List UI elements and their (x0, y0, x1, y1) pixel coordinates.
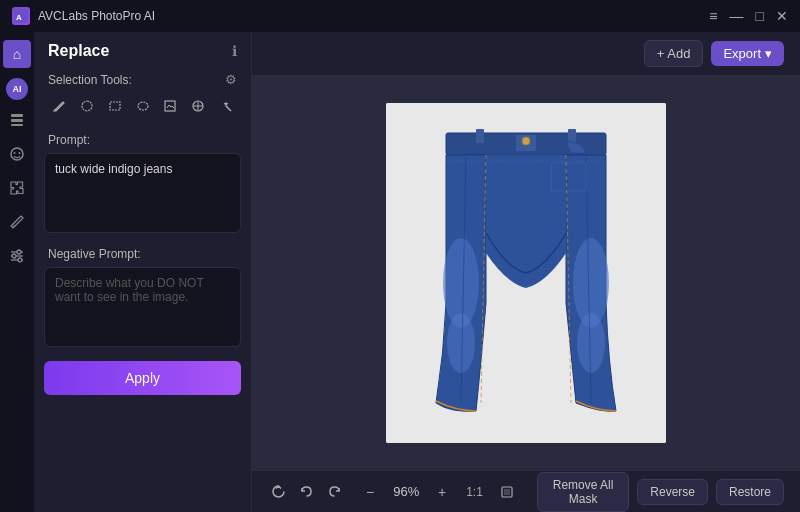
ellipse-select-button[interactable] (132, 93, 154, 119)
svg-point-14 (18, 258, 22, 262)
refresh-button[interactable] (268, 478, 288, 506)
negative-prompt-input[interactable] (44, 267, 241, 347)
svg-rect-3 (11, 119, 23, 122)
svg-rect-4 (11, 124, 23, 126)
sidebar-icon-puzzle[interactable] (3, 174, 31, 202)
panel-title: Replace (48, 42, 109, 60)
title-bar: A AVCLabs PhotoPro AI ≡ — □ ✕ (0, 0, 800, 32)
svg-rect-24 (476, 129, 484, 143)
svg-line-21 (226, 106, 231, 111)
svg-point-12 (17, 250, 21, 254)
title-bar-controls: ≡ — □ ✕ (709, 9, 788, 23)
canvas-area: + Add Export ▾ (252, 32, 800, 512)
minimize-button[interactable]: — (730, 9, 744, 23)
prompt-input[interactable] (44, 153, 241, 233)
lasso-tool-button[interactable] (76, 93, 98, 119)
canvas-viewport[interactable] (252, 76, 800, 470)
sidebar-icon-face[interactable] (3, 140, 31, 168)
app-icon: A (12, 7, 30, 25)
pen-tool-button[interactable] (48, 93, 70, 119)
image-select-button[interactable] (159, 93, 181, 119)
sidebar-icon-ai[interactable]: AI (6, 78, 28, 100)
zoom-controls: − 96% + 1:1 (356, 478, 521, 506)
svg-rect-15 (110, 102, 120, 110)
negative-prompt-label: Negative Prompt: (34, 243, 251, 267)
add-button[interactable]: + Add (644, 40, 704, 67)
svg-text:A: A (16, 13, 22, 22)
reverse-button[interactable]: Reverse (637, 479, 708, 505)
svg-point-16 (138, 102, 148, 110)
app-title: AVCLabs PhotoPro AI (38, 9, 155, 23)
svg-point-29 (447, 313, 475, 373)
info-button[interactable]: ℹ (232, 43, 237, 59)
export-button[interactable]: Export ▾ (711, 41, 784, 66)
svg-point-13 (12, 254, 16, 258)
svg-point-6 (14, 152, 16, 154)
remove-all-mask-button[interactable]: Remove All Mask (537, 472, 629, 512)
sidebar-icon-home[interactable]: ⌂ (3, 40, 31, 68)
svg-point-31 (577, 313, 605, 373)
left-panel: Replace ℹ Selection Tools: ⚙ (34, 32, 252, 512)
prompt-label: Prompt: (34, 129, 251, 153)
canvas-toolbar: − 96% + 1:1 Remove All Mask Reverse Rest… (252, 470, 800, 512)
close-button[interactable]: ✕ (776, 9, 788, 23)
smart-select-button[interactable] (187, 93, 209, 119)
svg-point-7 (19, 152, 21, 154)
restore-button[interactable]: Restore (716, 479, 784, 505)
zoom-out-button[interactable]: − (356, 478, 384, 506)
svg-point-27 (522, 137, 530, 145)
icon-sidebar: ⌂ AI (0, 32, 34, 512)
main-content: ⌂ AI (0, 32, 800, 512)
selection-tools-bar (34, 93, 251, 129)
sidebar-icon-layers[interactable] (3, 106, 31, 134)
canvas-header: + Add Export ▾ (252, 32, 800, 76)
undo-button[interactable] (296, 478, 316, 506)
title-bar-left: A AVCLabs PhotoPro AI (12, 7, 155, 25)
svg-rect-2 (11, 114, 23, 117)
tools-gear-button[interactable]: ⚙ (225, 72, 237, 87)
fit-button[interactable] (493, 478, 521, 506)
wand-tool-button[interactable] (215, 93, 237, 119)
panel-header: Replace ℹ (34, 32, 251, 68)
zoom-in-button[interactable]: + (428, 478, 456, 506)
apply-button[interactable]: Apply (44, 361, 241, 395)
menu-button[interactable]: ≡ (709, 9, 717, 23)
redo-button[interactable] (324, 478, 344, 506)
selection-tools-label: Selection Tools: ⚙ (34, 68, 251, 93)
zoom-level: 96% (388, 484, 424, 499)
rect-select-button[interactable] (104, 93, 126, 119)
sidebar-icon-brush[interactable] (3, 208, 31, 236)
image-canvas (386, 103, 666, 443)
maximize-button[interactable]: □ (756, 9, 764, 23)
ratio-button[interactable]: 1:1 (460, 483, 489, 501)
sidebar-icon-sliders[interactable] (3, 242, 31, 270)
svg-rect-34 (504, 489, 510, 495)
